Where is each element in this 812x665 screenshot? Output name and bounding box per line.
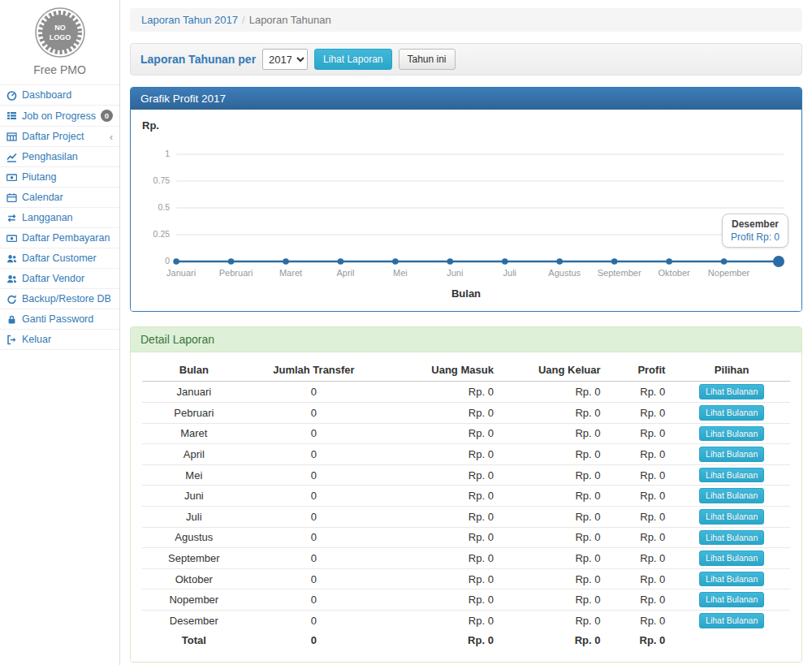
col-header-jumlah-transfer: Jumlah Transfer (246, 359, 382, 382)
lihat-bulanan-button[interactable]: Lihat Bulanan (699, 405, 764, 421)
svg-text:Oktober: Oktober (658, 268, 690, 278)
total-empty-cell (673, 631, 790, 650)
cell-pilihan: Lihat Bulanan (673, 444, 790, 465)
col-header-profit: Profit (609, 359, 674, 382)
svg-text:Januari: Januari (166, 268, 196, 278)
cell-bulan: Maret (142, 423, 246, 444)
breadcrumb: Laporan Tahun 2017/Laporan Tahunan (130, 8, 802, 32)
sidebar-item-penghasilan[interactable]: Penghasilan (0, 147, 119, 167)
sidebar-item-daftar-customer[interactable]: Daftar Customer (0, 248, 119, 269)
table-row: April0Rp. 0Rp. 0Rp. 0Lihat Bulanan (142, 444, 790, 465)
total-uang-masuk: Rp. 0 (382, 631, 502, 650)
sidebar-item-label: Langganan (22, 212, 73, 223)
sidebar-menu: DashboardJob on Progress0Daftar Project‹… (0, 85, 119, 350)
cell-uang_masuk: Rp. 0 (382, 568, 502, 589)
lihat-bulanan-button[interactable]: Lihat Bulanan (699, 530, 764, 546)
lihat-bulanan-button[interactable]: Lihat Bulanan (699, 613, 764, 628)
table-row: Juni0Rp. 0Rp. 0Rp. 0Lihat Bulanan (142, 486, 790, 507)
lihat-bulanan-button[interactable]: Lihat Bulanan (699, 551, 764, 566)
sidebar-item-calendar[interactable]: Calendar (0, 188, 119, 208)
cell-pilihan: Lihat Bulanan (673, 527, 790, 548)
dashboard-icon (6, 90, 18, 101)
cell-profit: Rp. 0 (609, 548, 674, 569)
svg-text:Maret: Maret (279, 268, 302, 278)
svg-text:0.75: 0.75 (153, 176, 171, 186)
lihat-bulanan-button[interactable]: Lihat Bulanan (699, 426, 764, 442)
year-select[interactable]: 2017 (262, 49, 308, 70)
cell-profit: Rp. 0 (609, 382, 674, 403)
sidebar-item-langganan[interactable]: Langganan (0, 208, 119, 228)
cell-uang_keluar: Rp. 0 (502, 486, 609, 507)
chart-tooltip-value: Profit Rp: 0 (731, 231, 780, 243)
cell-uang_masuk: Rp. 0 (382, 464, 502, 486)
cell-bulan: Januari (142, 382, 246, 403)
cell-uang_keluar: Rp. 0 (502, 548, 609, 569)
cell-uang_keluar: Rp. 0 (502, 568, 609, 589)
cell-uang_keluar: Rp. 0 (502, 382, 609, 403)
lihat-bulanan-button[interactable]: Lihat Bulanan (699, 384, 764, 399)
cell-bulan: Oktober (142, 568, 246, 589)
list-icon (6, 110, 18, 121)
chart-line-icon (6, 152, 18, 162)
chart-tooltip-title: Desember (731, 218, 780, 230)
tahun-ini-button[interactable]: Tahun ini (399, 49, 456, 70)
table-row: Januari0Rp. 0Rp. 0Rp. 0Lihat Bulanan (142, 382, 790, 403)
sidebar-item-keluar[interactable]: Keluar (0, 330, 119, 350)
lihat-bulanan-button[interactable]: Lihat Bulanan (699, 488, 764, 503)
cell-jumlah_transfer: 0 (246, 402, 382, 423)
cell-uang_keluar: Rp. 0 (502, 589, 609, 611)
sidebar-item-label: Penghasilan (22, 151, 78, 162)
cell-jumlah_transfer: 0 (246, 464, 382, 486)
breadcrumb-link-laporan-tahun[interactable]: Laporan Tahun 2017 (141, 14, 238, 26)
cell-uang_masuk: Rp. 0 (382, 402, 502, 423)
lihat-bulanan-button[interactable]: Lihat Bulanan (699, 447, 764, 462)
sidebar-item-job-on-progress[interactable]: Job on Progress0 (0, 106, 119, 127)
cell-uang_keluar: Rp. 0 (502, 527, 609, 548)
table-row: Desember0Rp. 0Rp. 0Rp. 0Lihat Bulanan (142, 610, 790, 630)
cell-profit: Rp. 0 (609, 527, 674, 548)
signout-icon (6, 335, 18, 345)
chart-panel-title: Grafik Profit 2017 (131, 88, 801, 110)
cell-bulan: September (142, 548, 246, 569)
lock-icon (6, 314, 18, 325)
sidebar-item-label: Daftar Vendor (22, 273, 84, 284)
lihat-bulanan-button[interactable]: Lihat Bulanan (699, 509, 764, 525)
sidebar-item-daftar-project[interactable]: Daftar Project‹ (0, 127, 119, 147)
cell-jumlah_transfer: 0 (246, 382, 382, 403)
cell-uang_keluar: Rp. 0 (502, 423, 609, 444)
lihat-bulanan-button[interactable]: Lihat Bulanan (699, 592, 764, 607)
cell-profit: Rp. 0 (609, 568, 674, 589)
sidebar-item-label: Job on Progress (22, 110, 96, 122)
sidebar-item-daftar-vendor[interactable]: Daftar Vendor (0, 269, 119, 289)
cell-bulan: Juni (142, 486, 246, 507)
cell-pilihan: Lihat Bulanan (673, 464, 790, 486)
retweet-icon (6, 213, 18, 223)
cell-pilihan: Lihat Bulanan (673, 548, 790, 569)
cell-jumlah_transfer: 0 (246, 568, 382, 589)
svg-text:Nopember: Nopember (708, 268, 750, 278)
sidebar-item-backup-restore-db[interactable]: Backup/Restore DB (0, 289, 119, 309)
money-icon (6, 233, 18, 244)
cell-profit: Rp. 0 (609, 610, 674, 630)
sidebar-item-ganti-password[interactable]: Ganti Password (0, 309, 119, 330)
cell-bulan: Desember (142, 610, 246, 630)
cell-profit: Rp. 0 (609, 402, 674, 423)
sidebar-item-dashboard[interactable]: Dashboard (0, 85, 119, 106)
cell-bulan: Nopember (142, 589, 246, 611)
cell-bulan: April (142, 444, 246, 465)
sidebar-item-piutang[interactable]: Piutang (0, 167, 119, 188)
detail-panel-body: Bulan Jumlah Transfer Uang Masuk Uang Ke… (131, 352, 801, 661)
money-icon (6, 172, 18, 183)
svg-text:September: September (598, 268, 641, 278)
sidebar-item-label: Piutang (22, 171, 56, 183)
sidebar-item-label: Calendar (22, 192, 63, 203)
cell-profit: Rp. 0 (609, 464, 674, 486)
lihat-bulanan-button[interactable]: Lihat Bulanan (699, 468, 764, 483)
chart-tooltip: Desember Profit Rp: 0 (722, 214, 788, 248)
sidebar-item-daftar-pembayaran[interactable]: Daftar Pembayaran (0, 228, 119, 248)
lihat-bulanan-button[interactable]: Lihat Bulanan (699, 572, 764, 587)
lihat-laporan-button[interactable]: Lihat Laporan (314, 49, 391, 70)
cell-uang_masuk: Rp. 0 (382, 589, 502, 611)
svg-text:April: April (336, 268, 354, 278)
users-icon (6, 253, 18, 264)
